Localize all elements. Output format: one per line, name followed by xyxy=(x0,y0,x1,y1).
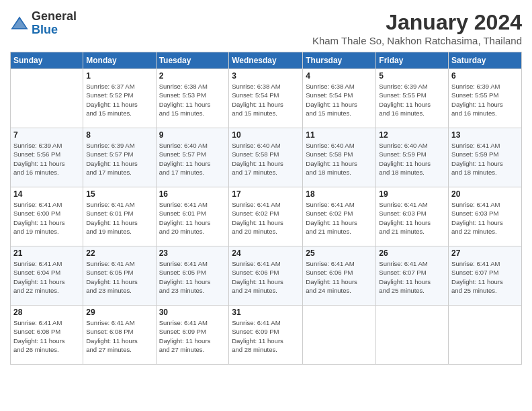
day-info: Sunrise: 6:41 AMSunset: 6:05 PMDaylight:… xyxy=(86,259,152,295)
calendar-cell: 12Sunrise: 6:40 AMSunset: 5:59 PMDayligh… xyxy=(376,128,449,187)
calendar-cell: 4Sunrise: 6:38 AMSunset: 5:54 PMDaylight… xyxy=(303,69,376,128)
day-number: 21 xyxy=(13,248,80,258)
day-number: 27 xyxy=(451,248,519,258)
day-number: 22 xyxy=(86,248,152,258)
calendar-cell: 5Sunrise: 6:39 AMSunset: 5:55 PMDaylight… xyxy=(376,69,449,128)
header: General Blue January 2024 Kham Thale So,… xyxy=(10,10,522,46)
calendar-cell: 28Sunrise: 6:41 AMSunset: 6:08 PMDayligh… xyxy=(11,306,83,365)
calendar-cell: 19Sunrise: 6:41 AMSunset: 6:03 PMDayligh… xyxy=(376,187,449,246)
day-info: Sunrise: 6:41 AMSunset: 6:09 PMDaylight:… xyxy=(159,318,226,354)
day-info: Sunrise: 6:41 AMSunset: 6:01 PMDaylight:… xyxy=(159,200,226,236)
day-number: 11 xyxy=(306,130,373,140)
day-info: Sunrise: 6:41 AMSunset: 6:08 PMDaylight:… xyxy=(13,318,80,354)
day-number: 29 xyxy=(86,308,152,317)
day-info: Sunrise: 6:38 AMSunset: 5:54 PMDaylight:… xyxy=(232,82,300,118)
calendar-cell: 3Sunrise: 6:38 AMSunset: 5:54 PMDaylight… xyxy=(229,69,303,128)
col-header-friday: Friday xyxy=(376,52,449,69)
logo-text: General Blue xyxy=(32,10,77,37)
day-info: Sunrise: 6:40 AMSunset: 5:58 PMDaylight:… xyxy=(232,141,300,177)
month-title: January 2024 xyxy=(312,10,522,35)
calendar-cell: 18Sunrise: 6:41 AMSunset: 6:02 PMDayligh… xyxy=(303,187,376,246)
day-number: 13 xyxy=(451,130,519,140)
logo-general: General xyxy=(32,9,77,23)
title-area: January 2024 Kham Thale So, Nakhon Ratch… xyxy=(312,10,522,46)
calendar-cell: 21Sunrise: 6:41 AMSunset: 6:04 PMDayligh… xyxy=(11,246,83,306)
calendar-table: SundayMondayTuesdayWednesdayThursdayFrid… xyxy=(10,52,522,365)
calendar-cell: 26Sunrise: 6:41 AMSunset: 6:07 PMDayligh… xyxy=(376,246,449,306)
calendar-cell: 2Sunrise: 6:38 AMSunset: 5:53 PMDaylight… xyxy=(156,69,229,128)
day-info: Sunrise: 6:39 AMSunset: 5:55 PMDaylight:… xyxy=(379,82,445,118)
day-info: Sunrise: 6:41 AMSunset: 6:06 PMDaylight:… xyxy=(232,259,300,295)
col-header-saturday: Saturday xyxy=(449,52,522,69)
day-info: Sunrise: 6:39 AMSunset: 5:55 PMDaylight:… xyxy=(451,82,519,118)
day-number: 31 xyxy=(232,308,300,317)
day-info: Sunrise: 6:41 AMSunset: 6:09 PMDaylight:… xyxy=(232,318,300,354)
calendar-cell: 11Sunrise: 6:40 AMSunset: 5:58 PMDayligh… xyxy=(303,128,376,187)
day-info: Sunrise: 6:40 AMSunset: 5:59 PMDaylight:… xyxy=(379,141,445,177)
week-row: 14Sunrise: 6:41 AMSunset: 6:00 PMDayligh… xyxy=(11,187,522,246)
calendar-cell: 10Sunrise: 6:40 AMSunset: 5:58 PMDayligh… xyxy=(229,128,303,187)
week-row: 28Sunrise: 6:41 AMSunset: 6:08 PMDayligh… xyxy=(11,306,522,365)
week-row: 1Sunrise: 6:37 AMSunset: 5:52 PMDaylight… xyxy=(11,69,522,128)
calendar-cell: 1Sunrise: 6:37 AMSunset: 5:52 PMDaylight… xyxy=(83,69,156,128)
calendar-cell: 30Sunrise: 6:41 AMSunset: 6:09 PMDayligh… xyxy=(156,306,229,365)
day-number: 20 xyxy=(451,189,519,199)
day-number: 19 xyxy=(379,189,445,199)
day-info: Sunrise: 6:41 AMSunset: 5:59 PMDaylight:… xyxy=(451,141,519,177)
day-number: 25 xyxy=(306,248,373,258)
day-number: 1 xyxy=(86,71,152,81)
day-info: Sunrise: 6:41 AMSunset: 6:07 PMDaylight:… xyxy=(379,259,445,295)
calendar-cell: 6Sunrise: 6:39 AMSunset: 5:55 PMDaylight… xyxy=(449,69,522,128)
calendar-cell xyxy=(303,306,376,365)
col-header-wednesday: Wednesday xyxy=(229,52,303,69)
day-number: 10 xyxy=(232,130,300,140)
calendar-cell: 13Sunrise: 6:41 AMSunset: 5:59 PMDayligh… xyxy=(449,128,522,187)
logo-blue: Blue xyxy=(32,23,58,36)
day-info: Sunrise: 6:38 AMSunset: 5:54 PMDaylight:… xyxy=(306,82,373,118)
day-number: 26 xyxy=(379,248,445,258)
day-info: Sunrise: 6:39 AMSunset: 5:56 PMDaylight:… xyxy=(13,141,80,177)
day-info: Sunrise: 6:41 AMSunset: 6:05 PMDaylight:… xyxy=(159,259,226,295)
week-row: 7Sunrise: 6:39 AMSunset: 5:56 PMDaylight… xyxy=(11,128,522,187)
day-number: 4 xyxy=(306,71,373,81)
calendar-cell: 8Sunrise: 6:39 AMSunset: 5:57 PMDaylight… xyxy=(83,128,156,187)
day-info: Sunrise: 6:37 AMSunset: 5:52 PMDaylight:… xyxy=(86,82,152,118)
day-number: 6 xyxy=(451,71,519,81)
day-number: 9 xyxy=(159,130,226,140)
day-info: Sunrise: 6:41 AMSunset: 6:03 PMDaylight:… xyxy=(451,200,519,236)
day-info: Sunrise: 6:41 AMSunset: 6:06 PMDaylight:… xyxy=(306,259,373,295)
day-number: 18 xyxy=(306,189,373,199)
day-number: 30 xyxy=(159,308,226,317)
day-info: Sunrise: 6:41 AMSunset: 6:04 PMDaylight:… xyxy=(13,259,80,295)
logo: General Blue xyxy=(10,10,77,37)
day-number: 2 xyxy=(159,71,226,81)
col-header-monday: Monday xyxy=(83,52,156,69)
calendar-cell: 25Sunrise: 6:41 AMSunset: 6:06 PMDayligh… xyxy=(303,246,376,306)
day-number: 5 xyxy=(379,71,445,81)
day-number: 14 xyxy=(13,189,80,199)
day-info: Sunrise: 6:41 AMSunset: 6:03 PMDaylight:… xyxy=(379,200,445,236)
calendar-cell: 29Sunrise: 6:41 AMSunset: 6:08 PMDayligh… xyxy=(83,306,156,365)
location-title: Kham Thale So, Nakhon Ratchasima, Thaila… xyxy=(312,35,522,46)
header-row: SundayMondayTuesdayWednesdayThursdayFrid… xyxy=(11,52,522,69)
day-info: Sunrise: 6:39 AMSunset: 5:57 PMDaylight:… xyxy=(86,141,152,177)
day-number: 7 xyxy=(13,130,80,140)
day-info: Sunrise: 6:41 AMSunset: 6:01 PMDaylight:… xyxy=(86,200,152,236)
col-header-thursday: Thursday xyxy=(303,52,376,69)
calendar-cell: 16Sunrise: 6:41 AMSunset: 6:01 PMDayligh… xyxy=(156,187,229,246)
calendar-cell xyxy=(376,306,449,365)
day-info: Sunrise: 6:41 AMSunset: 6:02 PMDaylight:… xyxy=(232,200,300,236)
day-info: Sunrise: 6:40 AMSunset: 5:57 PMDaylight:… xyxy=(159,141,226,177)
day-number: 24 xyxy=(232,248,300,258)
day-number: 15 xyxy=(86,189,152,199)
calendar-cell: 15Sunrise: 6:41 AMSunset: 6:01 PMDayligh… xyxy=(83,187,156,246)
day-info: Sunrise: 6:38 AMSunset: 5:53 PMDaylight:… xyxy=(159,82,226,118)
calendar-cell: 31Sunrise: 6:41 AMSunset: 6:09 PMDayligh… xyxy=(229,306,303,365)
calendar-cell: 24Sunrise: 6:41 AMSunset: 6:06 PMDayligh… xyxy=(229,246,303,306)
calendar-cell: 20Sunrise: 6:41 AMSunset: 6:03 PMDayligh… xyxy=(449,187,522,246)
calendar-cell: 23Sunrise: 6:41 AMSunset: 6:05 PMDayligh… xyxy=(156,246,229,306)
calendar-cell: 17Sunrise: 6:41 AMSunset: 6:02 PMDayligh… xyxy=(229,187,303,246)
calendar-cell: 27Sunrise: 6:41 AMSunset: 6:07 PMDayligh… xyxy=(449,246,522,306)
day-info: Sunrise: 6:40 AMSunset: 5:58 PMDaylight:… xyxy=(306,141,373,177)
calendar-cell: 7Sunrise: 6:39 AMSunset: 5:56 PMDaylight… xyxy=(11,128,83,187)
